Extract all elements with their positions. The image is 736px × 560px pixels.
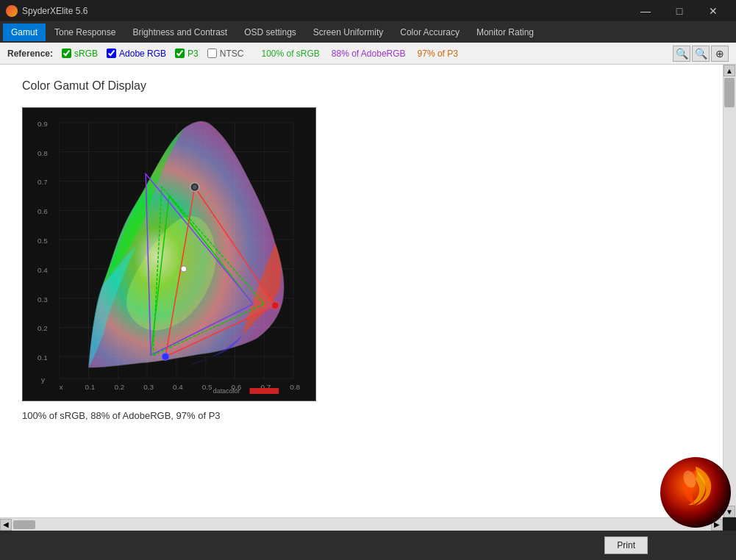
ref-p3: P3: [175, 49, 199, 59]
srgb-label: sRGB: [74, 49, 98, 59]
ntsc-label: NTSC: [220, 49, 244, 59]
ref-ntsc: NTSC: [207, 49, 244, 59]
ref-adobe: Adobe RGB: [107, 49, 166, 59]
scroll-thumb[interactable]: [724, 78, 735, 107]
title-bar-left: SpyderXElite 5.6: [6, 5, 87, 17]
app-title: SpyderXElite 5.6: [22, 6, 87, 16]
content-area: Color Gamut Of Display: [0, 65, 723, 517]
white-point: [181, 266, 187, 272]
spyder-logo: [659, 456, 732, 529]
tab-brightness[interactable]: Brightness and Contrast: [124, 24, 235, 41]
svg-point-39: [660, 457, 731, 528]
vertical-scrollbar[interactable]: ▲ ▼: [723, 65, 736, 517]
srgb-checkbox[interactable]: [62, 49, 71, 58]
zoom-out-button[interactable]: 🔍: [692, 46, 710, 62]
svg-text:x: x: [60, 383, 63, 391]
tab-uniformity[interactable]: Screen Uniformity: [305, 24, 391, 41]
tab-accuracy[interactable]: Color Accuracy: [392, 24, 468, 41]
red-vertex: [271, 302, 279, 309]
brand-text: datacolor: [213, 387, 240, 395]
reference-bar: Reference: sRGB Adobe RGB P3 NTSC 100% o…: [0, 43, 736, 65]
tab-bar: Gamut Tone Response Brightness and Contr…: [0, 22, 736, 43]
tab-gamut[interactable]: Gamut: [3, 24, 46, 41]
p3-label: P3: [187, 49, 199, 59]
chart-caption: 100% of sRGB, 88% of AdobeRGB, 97% of P3: [22, 410, 701, 421]
svg-text:0.7: 0.7: [37, 178, 48, 186]
svg-text:y: y: [41, 376, 45, 384]
spyder-logo-svg: [659, 456, 732, 529]
svg-text:0.6: 0.6: [37, 207, 48, 215]
stat-adobe: 88% of AdobeRGB: [332, 49, 406, 59]
adobe-checkbox[interactable]: [107, 49, 116, 58]
tab-monitor[interactable]: Monitor Rating: [468, 24, 542, 41]
adobe-label: Adobe RGB: [119, 49, 166, 59]
svg-text:0.8: 0.8: [290, 383, 300, 391]
window-controls[interactable]: — □ ✕: [629, 0, 730, 22]
horizontal-scrollbar[interactable]: ◀ ▶: [0, 517, 723, 531]
p3-checkbox[interactable]: [175, 49, 185, 58]
ntsc-checkbox[interactable]: [207, 49, 217, 58]
close-button[interactable]: ✕: [696, 0, 730, 22]
ref-srgb: sRGB: [62, 49, 98, 59]
tab-tone[interactable]: Tone Response: [46, 24, 124, 41]
scroll-left-btn[interactable]: ◀: [0, 519, 12, 531]
page-title: Color Gamut Of Display: [22, 79, 701, 93]
brand-bar: [249, 388, 279, 394]
cie-chart-svg: x 0.1 0.2 0.3 0.4 0.5 0.6 0.7 0.8 y 0.1 …: [23, 108, 315, 401]
zoom-controls: 🔍 🔍 ⊕: [673, 46, 729, 62]
zoom-fit-button[interactable]: ⊕: [711, 46, 729, 62]
svg-text:0.5: 0.5: [202, 383, 212, 391]
ref-label: Reference:: [7, 49, 53, 59]
svg-text:0.2: 0.2: [37, 324, 48, 332]
tab-osd[interactable]: OSD settings: [236, 24, 304, 41]
svg-text:0.3: 0.3: [143, 383, 154, 391]
svg-text:0.2: 0.2: [114, 383, 124, 391]
green-vertex-inner: [193, 184, 197, 189]
app-icon: [6, 5, 18, 17]
svg-text:0.8: 0.8: [37, 149, 48, 157]
svg-text:0.9: 0.9: [37, 120, 48, 128]
svg-text:0.5: 0.5: [37, 237, 48, 245]
h-scroll-thumb[interactable]: [13, 520, 35, 529]
scroll-up-btn[interactable]: ▲: [724, 65, 735, 76]
zoom-in-button[interactable]: 🔍: [673, 46, 690, 62]
svg-text:0.1: 0.1: [85, 383, 96, 391]
bottom-bar: Print: [0, 531, 736, 560]
blue-vertex: [162, 353, 169, 360]
cie-chart-container: x 0.1 0.2 0.3 0.4 0.5 0.6 0.7 0.8 y 0.1 …: [22, 107, 316, 401]
stat-p3: 97% of P3: [418, 49, 458, 59]
print-button[interactable]: Print: [604, 536, 648, 554]
maximize-button[interactable]: □: [662, 0, 696, 22]
svg-text:0.3: 0.3: [37, 295, 48, 304]
title-bar: SpyderXElite 5.6 — □ ✕: [0, 0, 736, 22]
stat-srgb: 100% of sRGB: [261, 49, 319, 59]
svg-text:0.4: 0.4: [173, 383, 183, 391]
minimize-button[interactable]: —: [629, 0, 662, 22]
svg-text:0.4: 0.4: [37, 266, 48, 274]
svg-text:0.1: 0.1: [37, 353, 48, 362]
